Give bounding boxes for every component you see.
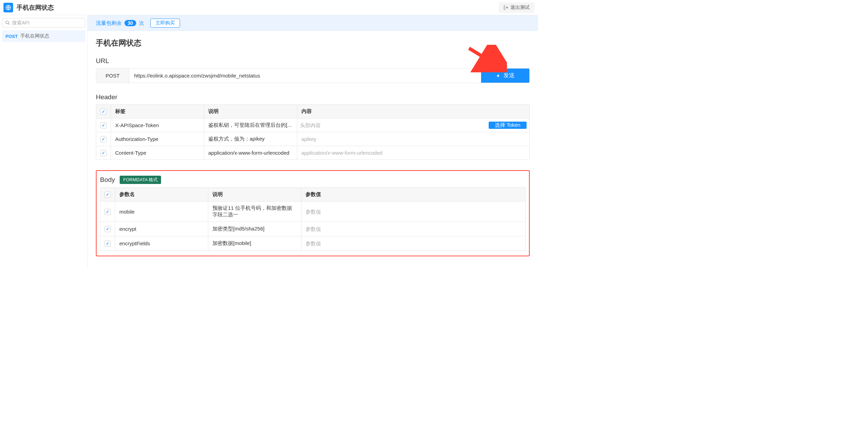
app-title: 手机在网状态 [17, 3, 54, 12]
header-row: Content-Type application/x-www-form-urle… [96, 146, 530, 160]
topbar: 手机在网状态 退出测试 [0, 0, 538, 15]
param-name: encryptFields [115, 236, 208, 251]
param-value-input[interactable] [306, 225, 521, 233]
body-col-check [100, 188, 115, 202]
exit-test-button[interactable]: 退出测试 [499, 2, 535, 13]
search-icon [5, 20, 10, 25]
search-api-box[interactable] [2, 18, 85, 28]
header-row-checkbox[interactable] [100, 136, 107, 142]
buy-now-button[interactable]: 立即购买 [150, 19, 180, 28]
header-table: 标签 说明 内容 X-APISpace-Token 鉴权私钥，可登陆后在管理后台… [96, 104, 530, 160]
header-row-checkbox[interactable] [100, 150, 107, 156]
http-method[interactable]: POST [96, 69, 129, 83]
body-section-title: Body FORMDATA 格式 [100, 176, 526, 184]
body-row-checkbox[interactable] [104, 209, 111, 215]
select-token-button[interactable]: 选择 Token [489, 122, 527, 129]
sidebar-item-mobile-netstatus[interactable]: POST 手机在网状态 [2, 30, 85, 42]
param-value-input[interactable] [306, 240, 521, 247]
request-url[interactable]: https://eolink.o.apispace.com/zwsjmd/mob… [129, 69, 481, 83]
body-row-checkbox[interactable] [104, 240, 111, 247]
search-api-input[interactable] [12, 20, 82, 25]
url-section-title: URL [96, 57, 530, 65]
header-value-input[interactable] [300, 122, 486, 129]
header-name: X-APISpace-Token [111, 119, 204, 132]
banner-count: 30 [124, 20, 136, 26]
header-col-check [96, 105, 111, 119]
exit-icon [503, 5, 508, 10]
header-col-name: 标签 [111, 105, 204, 119]
header-name: Content-Type [111, 146, 204, 160]
url-row: POST https://eolink.o.apispace.com/zwsjm… [96, 68, 530, 83]
body-col-value: 参数值 [301, 188, 526, 202]
param-value-input[interactable] [306, 208, 521, 215]
traffic-banner: 流量包剩余 30 次 立即购买 [88, 15, 538, 31]
param-desc: 加密数据[mobile] [208, 236, 301, 251]
body-col-name: 参数名 [115, 188, 208, 202]
page-title: 手机在网状态 [96, 38, 530, 48]
sidebar: POST 手机在网状态 [0, 15, 88, 269]
param-name: mobile [115, 202, 208, 222]
header-name: Authorization-Type [111, 132, 204, 146]
body-row-checkbox[interactable] [104, 226, 111, 232]
svg-point-1 [6, 21, 9, 24]
bolt-icon [496, 73, 501, 78]
formdata-tag: FORMDATA 格式 [120, 176, 161, 184]
header-row-checkbox[interactable] [100, 122, 107, 128]
header-desc: application/x-www-form-urlencoded [204, 146, 297, 160]
exit-test-label: 退出测试 [510, 4, 530, 11]
body-row: encryptFields 加密数据[mobile] [100, 236, 526, 251]
header-value[interactable]: apikey [297, 132, 530, 146]
sidebar-item-label: 手机在网状态 [20, 33, 49, 39]
header-row: Authorization-Type 鉴权方式，值为：apikey apikey [96, 132, 530, 146]
header-checkbox-all[interactable] [100, 109, 107, 115]
method-badge: POST [6, 34, 18, 39]
param-name: encrypt [115, 222, 208, 236]
header-row: X-APISpace-Token 鉴权私钥，可登陆后在管理后台的[... 选择 … [96, 119, 530, 132]
header-desc: 鉴权方式，值为：apikey [204, 132, 297, 146]
header-col-desc: 说明 [204, 105, 297, 119]
banner-prefix: 流量包剩余 [96, 20, 122, 27]
send-button[interactable]: 发送 [481, 69, 529, 83]
send-label: 发送 [503, 72, 515, 79]
body-label: Body [100, 176, 115, 184]
body-row: mobile 预验证11 位手机号码，和加密数据字段二选一 [100, 202, 526, 222]
body-checkbox-all[interactable] [104, 192, 111, 198]
main-panel: 流量包剩余 30 次 立即购买 手机在网状态 URL POST https://… [88, 15, 538, 269]
body-row: encrypt 加密类型[md5/sha256] [100, 222, 526, 236]
header-value[interactable]: application/x-www-form-urlencoded [297, 146, 530, 160]
header-desc: 鉴权私钥，可登陆后在管理后台的[... [204, 119, 297, 132]
param-desc: 加密类型[md5/sha256] [208, 222, 301, 236]
body-table: 参数名 说明 参数值 mobile 预验证11 位手机号码，和加密数据字段二选一 [100, 187, 526, 251]
param-desc: 预验证11 位手机号码，和加密数据字段二选一 [208, 202, 301, 222]
header-col-value: 内容 [297, 105, 530, 119]
svg-line-2 [8, 23, 10, 25]
body-col-desc: 说明 [208, 188, 301, 202]
app-icon [3, 3, 13, 12]
header-section-title: Header [96, 93, 530, 101]
body-highlight-box: Body FORMDATA 格式 参数名 说明 参数值 [96, 170, 530, 256]
banner-suffix: 次 [139, 20, 144, 27]
